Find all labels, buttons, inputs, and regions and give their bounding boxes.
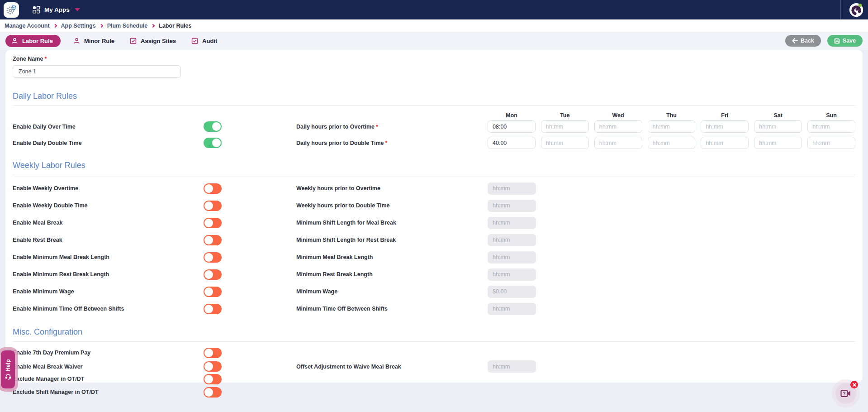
back-label: Back — [801, 38, 814, 44]
close-badge-icon[interactable] — [850, 381, 858, 388]
weekly-rules-rows: Enable Weekly OvertimeWeekly hours prior… — [13, 182, 855, 316]
mon-hours-input[interactable] — [488, 137, 536, 149]
save-button[interactable]: Save — [827, 35, 863, 47]
toggle-on[interactable] — [204, 138, 222, 148]
back-button[interactable]: Back — [785, 35, 821, 47]
tab-labor-rule[interactable]: Labor Rule — [5, 35, 61, 47]
misc-config-rows: Enable 7th Day Premium PayEnable Meal Br… — [13, 347, 855, 398]
section-title-daily: Daily Labor Rules — [13, 91, 855, 101]
day-header-thu: Thu — [648, 112, 696, 119]
sun-hours-input[interactable] — [807, 120, 855, 133]
sat-hours-input[interactable] — [754, 137, 802, 149]
toggle-row-label: Enable Daily Over Time — [13, 124, 204, 130]
daily-rule-row: Enable Daily Double TimeDaily hours prio… — [13, 137, 855, 149]
breadcrumb-manage-account[interactable]: Manage Account — [5, 23, 50, 29]
tab-minor-rule[interactable]: Minor Rule — [73, 38, 114, 44]
toggle-row-label: Enable Rest Break — [13, 237, 204, 243]
zone-name-field: Zone Name* — [13, 55, 855, 78]
field-label: Minimum Wage — [296, 288, 488, 295]
field-label: Offset Adjustment to Waive Meal Break — [296, 364, 488, 370]
sun-hours-input[interactable] — [807, 137, 855, 149]
tue-hours-input[interactable] — [541, 137, 589, 149]
weekly-value-input — [488, 200, 536, 212]
toggle-off[interactable] — [204, 287, 222, 297]
toggle-off[interactable] — [204, 269, 222, 280]
my-apps-menu[interactable]: My Apps — [33, 6, 80, 14]
arrow-left-icon — [792, 38, 798, 43]
weekly-rule-row: Enable Minimum WageMinimum Wage — [13, 285, 855, 298]
breadcrumb-plum-schedule[interactable]: Plum Schedule — [107, 23, 148, 29]
person-icon — [11, 38, 18, 44]
breadcrumb-app-settings[interactable]: App Settings — [61, 23, 96, 29]
value-cell — [488, 217, 855, 229]
app-launcher-button[interactable] — [4, 2, 19, 18]
brand-logo[interactable] — [849, 3, 863, 17]
section-title-weekly: Weekly Labor Rules — [13, 161, 855, 170]
sat-hours-input[interactable] — [754, 120, 802, 133]
weekly-value-input — [488, 268, 536, 281]
thu-hours-input[interactable] — [648, 120, 696, 133]
video-help-icon: ? — [840, 389, 851, 398]
zone-name-input[interactable] — [13, 65, 181, 78]
toggle-cell — [204, 374, 296, 384]
weekly-rule-row: Enable Weekly OvertimeWeekly hours prior… — [13, 182, 855, 195]
toggle-cell — [204, 304, 296, 314]
field-label: Minimum Shift Length for Meal Break — [296, 220, 488, 226]
save-disk-icon — [834, 38, 840, 44]
support-chat-button[interactable]: ? — [835, 383, 856, 404]
toggle-off[interactable] — [204, 304, 222, 314]
toggle-knob — [204, 305, 213, 313]
weekly-rule-row: Enable Minimum Time Off Between ShiftsMi… — [13, 302, 855, 316]
weekly-rule-row: Enable Meal BreakMinimum Shift Length fo… — [13, 216, 855, 230]
toggle-off[interactable] — [204, 374, 222, 384]
value-cell — [488, 251, 855, 263]
toggle-cell — [204, 361, 296, 372]
toggle-off[interactable] — [204, 348, 222, 358]
daily-rule-row: Enable Daily Over TimeDaily hours prior … — [13, 120, 855, 133]
wed-hours-input[interactable] — [594, 120, 642, 133]
tab-assign-sites[interactable]: Assign Sites — [130, 38, 176, 44]
thu-hours-input[interactable] — [648, 137, 696, 149]
weekly-rule-row: Enable Rest BreakMinimum Shift Length fo… — [13, 233, 855, 247]
toggle-off[interactable] — [204, 235, 222, 245]
toggle-cell — [204, 387, 296, 398]
toggle-knob — [204, 236, 213, 244]
toggle-knob — [204, 201, 213, 210]
daily-rules-rows: MonTueWedThuFriSatSunEnable Daily Over T… — [13, 112, 855, 149]
tab-audit[interactable]: Audit — [191, 38, 217, 44]
mon-hours-input[interactable] — [488, 120, 536, 133]
help-button[interactable]: Help — [1, 350, 15, 388]
field-label: Minimum Time Off Between Shifts — [296, 306, 488, 312]
misc-rule-row: Enable 7th Day Premium Pay — [13, 347, 855, 358]
toggle-cell — [204, 218, 296, 228]
day-input-group — [488, 120, 855, 133]
toggle-cell — [204, 269, 296, 280]
toggle-off[interactable] — [204, 252, 222, 263]
toggle-cell — [204, 201, 296, 211]
fri-hours-input[interactable] — [701, 120, 749, 133]
tue-hours-input[interactable] — [541, 120, 589, 133]
toggle-cell — [204, 252, 296, 263]
toggle-knob — [212, 139, 221, 147]
toggle-row-label: Enable Minimum Time Off Between Shifts — [13, 306, 204, 312]
chevron-right-icon — [151, 24, 155, 27]
toggle-off[interactable] — [204, 201, 222, 211]
toggle-row-label: Enable Weekly Double Time — [13, 202, 204, 209]
toggle-off[interactable] — [204, 218, 222, 228]
toggle-off[interactable] — [204, 183, 222, 194]
weekly-value-input — [488, 182, 536, 195]
weekly-rule-row: Enable Minimum Meal Break LengthMinimum … — [13, 250, 855, 264]
toggle-knob — [204, 349, 213, 357]
help-label: Help — [5, 359, 11, 371]
fri-hours-input[interactable] — [701, 137, 749, 149]
weekly-value-input — [488, 303, 536, 315]
topbar-divider — [840, 0, 841, 19]
toggle-off[interactable] — [204, 387, 222, 398]
toggle-on[interactable] — [204, 121, 222, 132]
gear-icon — [5, 4, 17, 16]
chevron-down-icon — [75, 8, 80, 11]
toggle-off[interactable] — [204, 361, 222, 372]
tab-label: Labor Rule — [22, 38, 53, 44]
wed-hours-input[interactable] — [594, 137, 642, 149]
value-cell — [488, 234, 855, 246]
